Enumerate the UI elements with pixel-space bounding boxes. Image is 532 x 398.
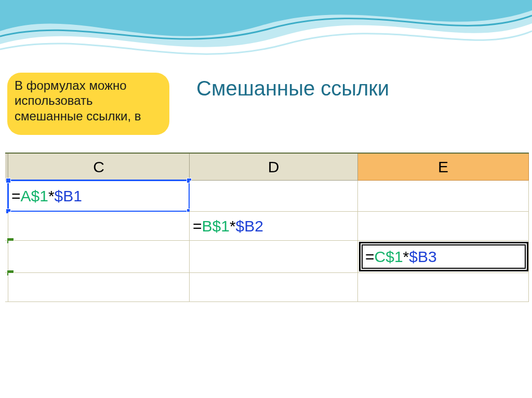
table-row [5,273,529,302]
cell-c2[interactable] [8,212,190,241]
table-row: =A$1*$B1 [5,181,529,212]
column-header-e[interactable]: E [358,154,529,181]
cell-d1[interactable] [190,181,358,212]
cell-c1[interactable]: =A$1*$B1 [8,181,190,212]
cell-e3[interactable]: =C$1*$B3 [358,241,529,273]
cell-formula: =C$1*$B3 [365,248,437,266]
cell-e2[interactable] [358,212,529,241]
callout-line: использовать [15,93,162,108]
column-header-row: C D E [5,153,529,181]
callout-line: смешанные ссылки, в [15,108,162,123]
table-row: =B$1*$B2 [5,212,529,241]
column-header-d[interactable]: D [190,154,358,181]
cell-d2[interactable]: =B$1*$B2 [190,212,358,241]
resize-handle[interactable] [6,178,11,183]
slide-title: Смешанные ссылки [196,77,389,100]
data-area: =A$1*$B1 =B$1*$B2 [5,181,529,302]
cell-e4[interactable] [358,273,529,302]
table-row: =C$1*$B3 [5,241,529,273]
cell-d4[interactable] [190,273,358,302]
decorative-wave [0,0,532,73]
cell-e1[interactable] [358,181,529,212]
cell-d3[interactable] [190,241,358,273]
column-header-c[interactable]: C [8,154,190,181]
callout-box: В формулах можно использовать смешанные … [7,73,169,135]
cell-formula: =B$1*$B2 [193,217,263,235]
cell-c4[interactable] [8,273,190,302]
cell-c3[interactable] [8,241,190,273]
spreadsheet: C D E =A$1*$B1 [5,153,529,302]
cell-formula: =A$1*$B1 [11,187,82,205]
callout-line: В формулах можно [15,78,162,93]
